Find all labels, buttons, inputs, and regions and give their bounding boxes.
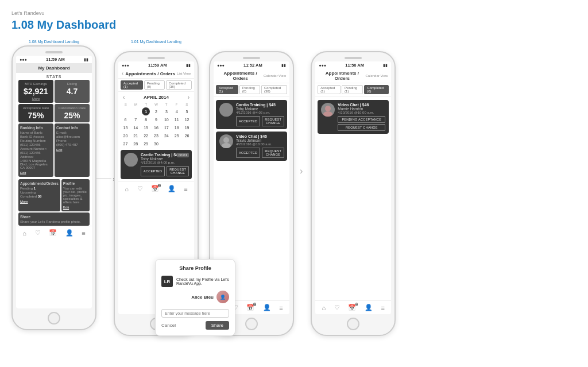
cal-day-5[interactable]: 5 (183, 107, 191, 115)
cal-day-27[interactable]: 27 (121, 140, 129, 148)
stats-label: STATS (16, 73, 92, 80)
phone4-tab-accepted[interactable]: Accepted (1) (318, 85, 341, 94)
profile-edit[interactable]: Edit (63, 206, 88, 209)
phone3-nav-calendar[interactable]: 📅2 (246, 304, 254, 311)
phone3-accept-btn-2[interactable]: ACCEPTED (236, 148, 260, 158)
cal-day-10[interactable]: 10 (163, 115, 171, 123)
cal-day-12[interactable]: 12 (183, 115, 191, 123)
phone3-nav-person[interactable]: 👤 (263, 304, 271, 311)
share-share-btn[interactable]: Share (206, 321, 229, 330)
phone4-battery: ▮▮ (383, 63, 388, 68)
share-message-input[interactable] (161, 309, 229, 318)
cal-day-2[interactable]: 2 (152, 107, 160, 115)
phone2-prev-month[interactable]: ‹ (123, 94, 125, 101)
cal-day-11[interactable]: 11 (173, 115, 181, 123)
nav-calendar-icon[interactable]: 📅 (49, 229, 57, 237)
phone4-nav-heart[interactable]: ♡ (334, 304, 340, 311)
contact-edit[interactable]: Edit (56, 148, 88, 152)
cal-day-7[interactable]: 7 (131, 115, 140, 123)
mtd-more[interactable]: More (20, 97, 52, 101)
phone4-nav-menu[interactable]: ≡ (381, 304, 385, 311)
nav-person-icon[interactable]: 👤 (65, 229, 74, 237)
svg-point-4 (223, 137, 229, 143)
phone2-nav-menu[interactable]: ≡ (184, 186, 187, 192)
phone2-accept-btn[interactable]: ACCEPTED (141, 166, 165, 176)
cal-day-4[interactable]: 4 (173, 107, 181, 115)
nav-heart-icon[interactable]: ♡ (35, 229, 41, 237)
phone2-nav-person[interactable]: 👤 (168, 185, 176, 192)
cal-empty (182, 140, 192, 148)
cal-day-6[interactable]: 6 (121, 115, 129, 123)
cal-week3: 13 14 15 16 17 18 19 (121, 123, 192, 132)
cal-day-22[interactable]: 22 (142, 132, 150, 140)
phone3-appt-btns-2: ACCEPTED REQUEST CHANGE (236, 148, 284, 158)
phone3-tab-accepted[interactable]: Accepted (1) (216, 85, 238, 94)
cal-day-30[interactable]: 30 (152, 140, 160, 148)
appt-more[interactable]: More (20, 200, 59, 203)
banking-edit[interactable]: Edit (20, 171, 52, 175)
cal-day-20[interactable]: 20 (121, 132, 129, 140)
cal-day-28[interactable]: 28 (131, 140, 140, 148)
phone3-status-bar: ●●● 11:52 AM ▮▮ (214, 61, 289, 69)
phone4-tab-pending[interactable]: Pending (1) (342, 85, 363, 94)
phone1-screen: ●●● 11:59 AM ▮▮ My Dashboard STATS MTD E… (16, 56, 92, 308)
phone4-tab-completed[interactable]: Completed (0) (364, 85, 389, 94)
phone3-accept-btn-1[interactable]: ACCEPTED (236, 116, 260, 126)
phone4-appt-header: Appointments / Orders Calendar View (315, 69, 391, 83)
phone1-time: 11:59 AM (46, 57, 65, 62)
cal-day-16[interactable]: 16 (152, 123, 160, 132)
cal-day-25[interactable]: 25 (173, 132, 181, 140)
cal-day-18[interactable]: 18 (173, 123, 181, 132)
phone3-request-btn-2[interactable]: REQUEST CHANGE (262, 148, 284, 158)
phone3-tab-completed[interactable]: Completed (38) (261, 85, 287, 94)
nav-menu-icon[interactable]: ≡ (82, 230, 85, 237)
phone4-request-btn[interactable]: REQUEST CHANGE (338, 124, 385, 131)
phone2-next-month[interactable]: › (188, 94, 189, 101)
phone2-battery: ▮▮ (186, 63, 191, 68)
cal-day-23[interactable]: 23 (152, 132, 160, 140)
phone3-home-btn[interactable] (245, 318, 258, 330)
cal-day-21[interactable]: 21 (131, 132, 140, 140)
phone2-nav-heart[interactable]: ♡ (137, 185, 143, 192)
phone4-home-btn[interactable] (347, 318, 359, 330)
phone2-tab-pending[interactable]: Pending (0) (144, 80, 165, 90)
phone2-tab-completed[interactable]: Completed (38) (166, 80, 192, 90)
cal-day-15[interactable]: 15 (142, 123, 150, 132)
cal-empty (121, 107, 130, 115)
phone3-calendar-view-btn[interactable]: Calendar View (264, 74, 286, 78)
cal-day-19[interactable]: 19 (183, 123, 191, 132)
cal-day-14[interactable]: 14 (131, 123, 140, 132)
cal-day-1[interactable]: 1 (142, 107, 150, 115)
phone1-home-btn[interactable] (48, 312, 60, 324)
share-person-avatar: 👤 (216, 291, 229, 303)
cal-day-3[interactable]: 3 (163, 107, 171, 115)
phone4-calendar-view-btn[interactable]: Calendar View (365, 74, 388, 78)
rating-value: 4.7 (56, 87, 88, 96)
cal-day-9[interactable]: 9 (152, 115, 160, 123)
phone3-appt-name-1: Toby Mokane (236, 107, 284, 111)
contact-info-box: Contact Info E-mail: alice@first.com Pho… (55, 123, 90, 177)
cal-day-24[interactable]: 24 (163, 132, 171, 140)
cal-day-13[interactable]: 13 (121, 123, 129, 132)
svg-point-3 (222, 111, 231, 117)
phone3-tab-pending[interactable]: Pending (0) (239, 85, 260, 94)
phone2-nav-home[interactable]: ⌂ (125, 186, 129, 192)
cal-day-17[interactable]: 17 (163, 123, 171, 132)
phone2-request-btn[interactable]: REQUEST CHANGE (167, 166, 189, 176)
share-cancel-btn[interactable]: Cancel (161, 321, 176, 330)
cal-day-29[interactable]: 29 (142, 140, 150, 148)
phone4-nav-home[interactable]: ⌂ (322, 304, 326, 311)
phone3-request-btn-1[interactable]: REQUEST CHANGE (262, 116, 284, 126)
phone3-appt-card-2: Video Chat | $46 Travis Johnson 4/23/201… (216, 132, 287, 161)
phone2-tab-accepted[interactable]: Accepted (1) (121, 80, 143, 90)
phone4-nav-calendar[interactable]: 📅2 (348, 304, 356, 311)
phone2-list-view-btn[interactable]: List View (177, 72, 191, 75)
cal-day-8[interactable]: 8 (142, 115, 150, 123)
phone4-pending-btn[interactable]: PENDING ACCEPTANCE (338, 116, 385, 123)
cal-day-26[interactable]: 26 (183, 132, 191, 140)
phone4-appt-info: Video Chat | $46 Mamie Hamton 4/23/2016 … (338, 103, 385, 131)
phone4-nav-person[interactable]: 👤 (365, 304, 373, 311)
nav-home-icon[interactable]: ⌂ (22, 230, 26, 237)
phone2-nav-calendar[interactable]: 📅2 (151, 185, 159, 192)
phone3-nav-menu[interactable]: ≡ (279, 304, 283, 311)
